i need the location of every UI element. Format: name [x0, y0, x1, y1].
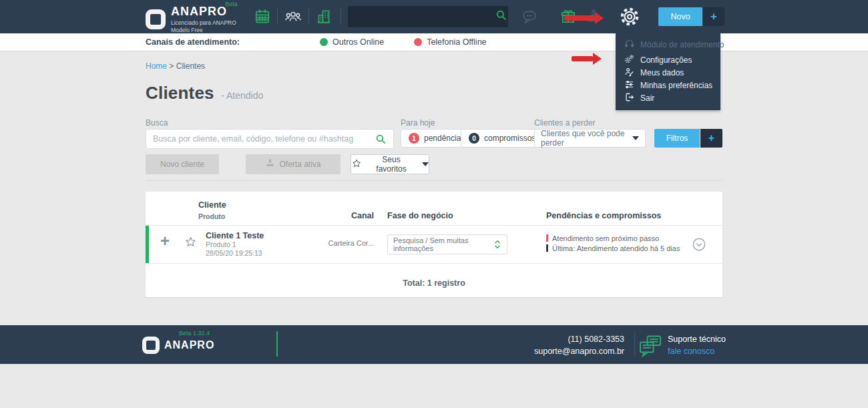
app-screen: Beta ANAPRO Licenciado para ANAPRO Model… [0, 0, 868, 408]
gear-icon[interactable] [620, 7, 640, 27]
search-icon[interactable] [495, 9, 508, 25]
nav-divider [341, 9, 341, 25]
nav-divider [277, 9, 278, 25]
filtros-button[interactable]: Filtros [654, 129, 700, 148]
pendencia-color-bar [546, 234, 548, 242]
breadcrumb: Home > Clientes [146, 61, 205, 71]
menu-item-minhas-preferencias[interactable]: Minhas preferências [616, 79, 720, 91]
col-header-canal: Canal [333, 211, 374, 220]
support-email: suporte@anapro.com.br [524, 345, 624, 357]
footer-green-divider [276, 331, 278, 357]
channel-telefonia: Telefonia Offline [414, 37, 486, 47]
breadcrumb-separator: > [169, 61, 174, 71]
pendencia-color-bar [546, 244, 548, 252]
footer-contact: (11) 5082-3353 suporte@anapro.com.br [524, 333, 624, 357]
users-icon[interactable] [283, 7, 303, 27]
global-search-input[interactable] [348, 12, 495, 21]
chat-icon[interactable] [519, 7, 539, 27]
top-navbar: Beta ANAPRO Licenciado para ANAPRO Model… [0, 0, 868, 33]
novo-plus-button[interactable]: + [703, 7, 724, 26]
col-header-pendencias: Pendências e compromissos [546, 211, 661, 220]
pendencia-item: Última: Atendimento atendido há 5 dias [546, 243, 680, 253]
online-status-dot [320, 38, 328, 46]
client-product: Produto 1 [206, 240, 264, 249]
anapro-logo-icon [146, 9, 166, 29]
channels-status-bar: Canais de atendimento: Outros Online Tel… [0, 33, 868, 51]
pendencia-item: Atendimento sem próximo passo [546, 233, 680, 243]
global-search [348, 6, 508, 27]
novo-cliente-button: Novo cliente [146, 154, 219, 174]
clientes-a-perder-select[interactable]: Clientes que você pode perder [534, 129, 646, 148]
support-title: Suporte técnico [668, 333, 726, 345]
offline-status-dot [414, 38, 422, 46]
client-name: Cliente 1 Teste [206, 231, 264, 240]
license-line-1: Licenciado para ANAPRO [171, 19, 236, 26]
client-canal: Carteira Cor... [314, 239, 374, 247]
star-icon [351, 158, 362, 171]
clientes-a-perder-label: Clientes a perder [534, 118, 595, 128]
chevron-down-icon [632, 136, 639, 140]
col-header-fase: Fase do negócio [387, 211, 453, 220]
client-search-input[interactable] [146, 134, 375, 144]
seus-favoritos-button[interactable]: Seus favoritos [351, 154, 429, 174]
annotation-arrow-gear [564, 15, 595, 21]
chevron-down-icon [422, 162, 429, 166]
menu-item-modulo-atendimento: Módulo de atendimento [616, 38, 720, 51]
filtros-plus-button[interactable]: + [700, 129, 722, 148]
table-header-divider [146, 225, 722, 226]
pendencias-count: 1 [409, 133, 419, 144]
row-divider [146, 263, 722, 264]
sort-chevrons-icon [493, 239, 501, 250]
page-title-block: Clientes - Atendido [146, 83, 263, 104]
clients-table: Cliente Produto Canal Fase do negócio Pe… [146, 192, 722, 297]
menu-item-meus-dados[interactable]: Meus dados [616, 66, 720, 79]
brand-logo[interactable]: Beta ANAPRO Licenciado para ANAPRO Model… [146, 5, 236, 33]
footer-brand-name: ANAPRO [164, 339, 214, 351]
row-favorite-star-icon[interactable] [184, 236, 197, 248]
footer-divider [634, 332, 635, 356]
support-phone: (11) 5082-3353 [524, 333, 624, 345]
novo-button[interactable]: Novo [658, 7, 702, 26]
fale-conosco-link[interactable]: fale conosco [668, 345, 726, 357]
footer-version: Beta 1.32.4 [179, 330, 210, 337]
page-subtitle: - Atendido [221, 90, 263, 101]
gears-icon [624, 54, 634, 66]
oferta-ativa-button: Oferta ativa [246, 154, 341, 174]
fase-negocio-select[interactable]: Pesquisa / Sem muitas informações [387, 234, 507, 254]
channel-outros: Outros Online [320, 37, 384, 47]
compromissos-badge[interactable]: 0 compromissos [461, 129, 544, 148]
client-search-box [146, 129, 394, 149]
row-add-button[interactable]: + [160, 233, 170, 249]
client-pendencias: Atendimento sem próximo passo Última: At… [546, 233, 680, 253]
building-icon[interactable] [314, 7, 334, 27]
sliders-icon [624, 79, 634, 91]
row-expand-button[interactable] [692, 237, 706, 252]
anapro-logo-icon [142, 337, 160, 354]
table-total: Total: 1 registro [146, 278, 722, 288]
footer-support: Suporte técnico fale conosco [668, 333, 726, 357]
offer-hand-icon [265, 158, 275, 170]
user-edit-icon [624, 67, 634, 79]
license-line-2: Modelo Free [171, 27, 236, 33]
col-header-produto: Produto [198, 212, 225, 220]
menu-item-configuracoes[interactable]: Configurações [616, 53, 720, 66]
compromissos-count: 0 [469, 133, 479, 144]
row-client-info: Cliente 1 Teste Produto 1 28/05/20 19:25… [206, 231, 264, 258]
menu-item-sair[interactable]: Sair [616, 91, 720, 104]
para-hoje-label: Para hoje [401, 118, 435, 128]
settings-dropdown-menu: Módulo de atendimento Configurações [616, 33, 720, 110]
beta-tag: Beta [225, 1, 238, 7]
client-datetime: 28/05/20 19:25:13 [206, 249, 264, 258]
busca-label: Busca [146, 118, 168, 128]
nav-divider [308, 9, 309, 25]
col-header-cliente: Cliente [198, 200, 226, 210]
breadcrumb-current: Clientes [176, 61, 205, 71]
support-chat-icon [638, 333, 662, 360]
calendar-icon[interactable] [252, 7, 272, 27]
search-icon[interactable] [375, 133, 387, 146]
breadcrumb-home-link[interactable]: Home [146, 61, 167, 71]
page-title: Clientes [146, 83, 214, 103]
logout-icon [624, 92, 634, 104]
section-divider [146, 180, 722, 181]
headset-icon [624, 39, 634, 51]
